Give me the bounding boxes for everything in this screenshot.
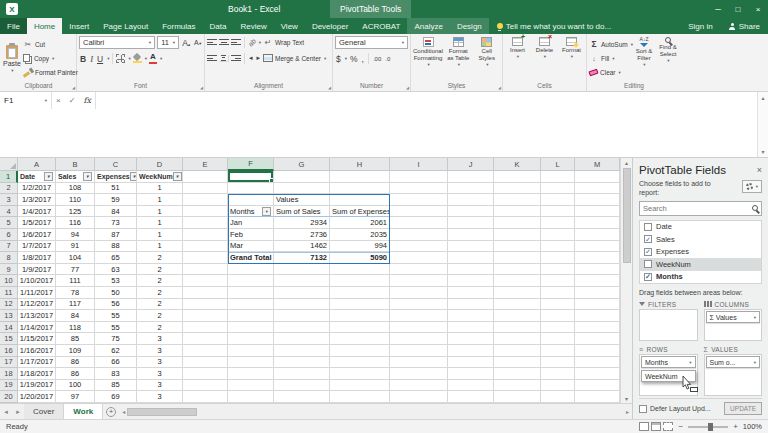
- italic-button[interactable]: I: [89, 54, 94, 64]
- cell-J9[interactable]: [448, 264, 494, 276]
- borders-button[interactable]: [116, 54, 125, 63]
- cell-L7[interactable]: [541, 241, 575, 253]
- cell-A15[interactable]: 1/15/2017: [18, 333, 56, 345]
- cell-C16[interactable]: 62: [95, 345, 137, 357]
- cell-C11[interactable]: 50: [95, 287, 137, 299]
- cell-B4[interactable]: 125: [56, 206, 95, 218]
- cell-H15[interactable]: [330, 333, 390, 345]
- cell-K18[interactable]: [494, 368, 541, 380]
- cell-J16[interactable]: [448, 345, 494, 357]
- cell-E14[interactable]: [183, 322, 228, 334]
- orientation-button[interactable]: ab: [247, 37, 257, 47]
- row-header-14[interactable]: 14: [0, 322, 18, 334]
- row-header-20[interactable]: 20: [0, 391, 18, 403]
- cell-B11[interactable]: 78: [56, 287, 95, 299]
- autosum-button[interactable]: ΣAutoSum▾: [589, 38, 631, 50]
- format-cells-button[interactable]: Format▾: [559, 36, 584, 81]
- tab-home[interactable]: Home: [27, 18, 62, 34]
- cell-G14[interactable]: [274, 322, 330, 334]
- row-header-16[interactable]: 16: [0, 345, 18, 357]
- cell-F6[interactable]: Feb: [228, 229, 274, 241]
- cell-L13[interactable]: [541, 310, 575, 322]
- cell-A12[interactable]: 1/12/2017: [18, 299, 56, 311]
- cell-M9[interactable]: [575, 264, 620, 276]
- format-painter-button[interactable]: Format Painter: [23, 67, 78, 79]
- cell-E5[interactable]: [183, 217, 228, 229]
- column-header-F[interactable]: F: [228, 158, 274, 171]
- cell-A2[interactable]: 1/2/2017: [18, 183, 56, 195]
- paste-dropdown[interactable]: ▾: [11, 68, 13, 73]
- cell-H17[interactable]: [330, 357, 390, 369]
- cell-K7[interactable]: [494, 241, 541, 253]
- cell-D16[interactable]: 3: [137, 345, 183, 357]
- cell-H18[interactable]: [330, 368, 390, 380]
- cell-K14[interactable]: [494, 322, 541, 334]
- cell-F1[interactable]: [228, 171, 274, 183]
- formula-input[interactable]: [96, 92, 768, 109]
- cell-K10[interactable]: [494, 275, 541, 287]
- format-as-table-button[interactable]: Format as Table▾: [445, 36, 471, 81]
- cell-L18[interactable]: [541, 368, 575, 380]
- cell-M13[interactable]: [575, 310, 620, 322]
- cell-C8[interactable]: 65: [95, 252, 137, 264]
- cell-A3[interactable]: 1/3/2017: [18, 194, 56, 206]
- cell-E17[interactable]: [183, 357, 228, 369]
- cell-H20[interactable]: [330, 391, 390, 403]
- tab-view[interactable]: View: [274, 18, 305, 34]
- cell-F17[interactable]: [228, 357, 274, 369]
- cell-M15[interactable]: [575, 333, 620, 345]
- cell-F8[interactable]: Grand Total: [228, 252, 274, 264]
- cell-G6[interactable]: 2736: [274, 229, 330, 241]
- cell-J4[interactable]: [448, 206, 494, 218]
- row-header-15[interactable]: 15: [0, 333, 18, 345]
- cell-F16[interactable]: [228, 345, 274, 357]
- cell-G2[interactable]: [274, 183, 330, 195]
- cell-L14[interactable]: [541, 322, 575, 334]
- cell-E8[interactable]: [183, 252, 228, 264]
- cell-M4[interactable]: [575, 206, 620, 218]
- cell-J14[interactable]: [448, 322, 494, 334]
- cell-K13[interactable]: [494, 310, 541, 322]
- rows-area[interactable]: Months▾WeekNum: [639, 354, 698, 396]
- row-header-11[interactable]: 11: [0, 287, 18, 299]
- field-checkbox-sales[interactable]: ✓: [644, 235, 652, 243]
- cell-A19[interactable]: 1/19/2017: [18, 380, 56, 392]
- row-header-6[interactable]: 6: [0, 229, 18, 241]
- fill-color-button[interactable]: [133, 54, 142, 63]
- cell-E7[interactable]: [183, 241, 228, 253]
- columns-area[interactable]: Σ Values▾: [704, 309, 763, 341]
- row-header-13[interactable]: 13: [0, 310, 18, 322]
- enter-button[interactable]: ✓: [69, 96, 76, 105]
- cell-H14[interactable]: [330, 322, 390, 334]
- tab-acrobat[interactable]: ACROBAT: [355, 18, 407, 34]
- cell-F9[interactable]: [228, 264, 274, 276]
- cell-E9[interactable]: [183, 264, 228, 276]
- styles-dialog-launcher[interactable]: ◢: [498, 85, 501, 90]
- cell-M19[interactable]: [575, 380, 620, 392]
- columns-field-values[interactable]: Σ Values▾: [706, 311, 761, 323]
- cell-A14[interactable]: 1/14/2017: [18, 322, 56, 334]
- cell-K5[interactable]: [494, 217, 541, 229]
- cell-I20[interactable]: [390, 391, 448, 403]
- cell-G10[interactable]: [274, 275, 330, 287]
- shrink-font-button[interactable]: A▾: [193, 39, 202, 46]
- cell-styles-button[interactable]: Cell Styles▾: [474, 36, 500, 81]
- cell-I4[interactable]: [390, 206, 448, 218]
- rows-field-months[interactable]: Months▾: [641, 356, 696, 368]
- cell-B10[interactable]: 111: [56, 275, 95, 287]
- cell-K9[interactable]: [494, 264, 541, 276]
- cell-B2[interactable]: 108: [56, 183, 95, 195]
- cell-I10[interactable]: [390, 275, 448, 287]
- cell-F15[interactable]: [228, 333, 274, 345]
- row-header-19[interactable]: 19: [0, 380, 18, 392]
- cell-B7[interactable]: 91: [56, 241, 95, 253]
- field-checkbox-date[interactable]: [644, 223, 652, 231]
- cell-D13[interactable]: 2: [137, 310, 183, 322]
- cell-I8[interactable]: [390, 252, 448, 264]
- middle-align-button[interactable]: [219, 39, 229, 45]
- cell-H10[interactable]: [330, 275, 390, 287]
- cell-E18[interactable]: [183, 368, 228, 380]
- cell-E4[interactable]: [183, 206, 228, 218]
- cell-H11[interactable]: [330, 287, 390, 299]
- cell-C7[interactable]: 88: [95, 241, 137, 253]
